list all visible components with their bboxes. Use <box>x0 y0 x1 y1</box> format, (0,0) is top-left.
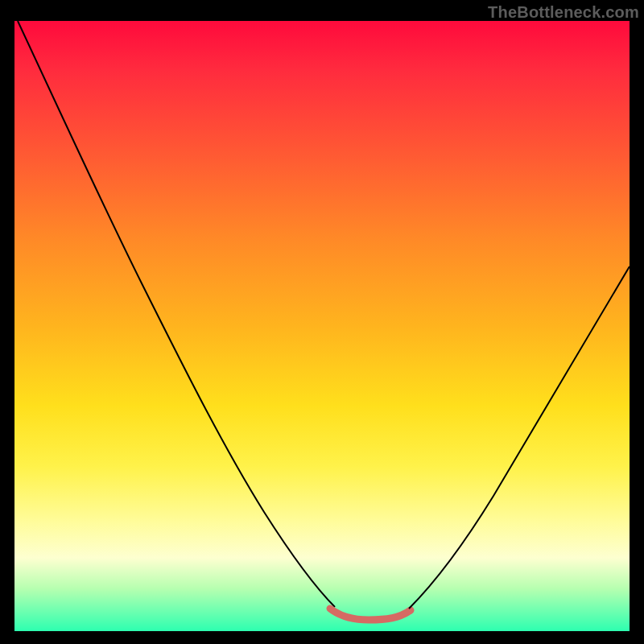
right-curve-path <box>409 266 630 609</box>
watermark-text: TheBottleneck.com <box>488 3 639 22</box>
flat-bottom-path <box>330 609 411 620</box>
chart-curves-svg <box>14 21 630 631</box>
left-curve-path <box>18 21 335 607</box>
chart-frame <box>14 21 630 631</box>
